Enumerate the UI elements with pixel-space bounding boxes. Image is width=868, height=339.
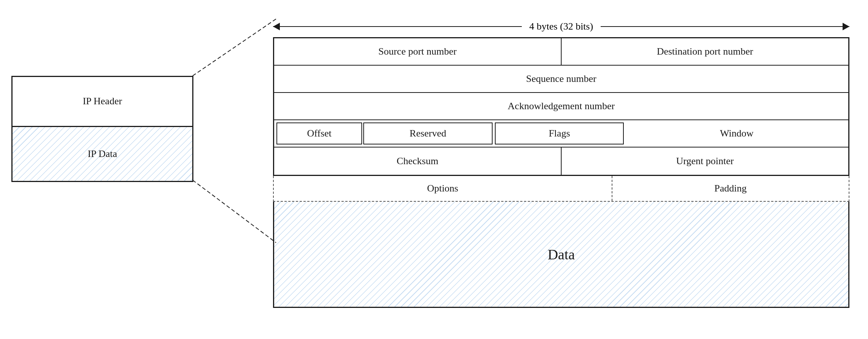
cell-urgent: Urgent pointer (562, 148, 848, 175)
arrow-head-right (843, 23, 849, 30)
cell-flags: Flags (495, 122, 624, 144)
cell-reserved: Reserved (363, 122, 493, 144)
cell-ack-num: Acknowledgement number (274, 93, 848, 119)
expansion-lines (193, 74, 276, 186)
right-diagram: 4 bytes (32 bits) Source port number Des… (273, 19, 849, 308)
data-area: Data (273, 202, 849, 308)
svg-line-1 (193, 180, 276, 243)
arrow-row: 4 bytes (32 bits) (273, 19, 849, 34)
svg-line-0 (193, 19, 276, 76)
cell-padding: Padding (612, 176, 849, 201)
options-row: Options Padding (273, 176, 849, 202)
cell-offset: Offset (276, 122, 362, 144)
row-checksum: Checksum Urgent pointer (274, 148, 848, 175)
ip-data-label: IP Data (88, 148, 117, 160)
cell-options: Options (274, 176, 612, 201)
left-panel: IP Header IP Data (11, 76, 193, 182)
cell-checksum: Checksum (274, 148, 562, 175)
cell-seq-num: Sequence number (274, 66, 848, 92)
row-seq: Sequence number (274, 66, 848, 93)
row-ports: Source port number Destination port numb… (274, 38, 848, 66)
row-ack: Acknowledgement number (274, 93, 848, 120)
tcp-header-grid: Source port number Destination port numb… (273, 37, 849, 176)
ip-header-label: IP Header (83, 96, 122, 107)
cell-window: Window (625, 120, 848, 147)
arrow-label: 4 bytes (32 bits) (522, 21, 601, 32)
ip-data-box: IP Data (13, 127, 192, 181)
cell-dst-port: Destination port number (562, 38, 848, 65)
row-flags: Offset Reserved Flags Window (274, 120, 848, 148)
arrow-head-left (273, 23, 280, 30)
ip-header-box: IP Header (13, 77, 192, 127)
cell-src-port: Source port number (274, 38, 562, 65)
diagram-container: IP Header IP Data 4 bytes (32 bits) Sour… (0, 0, 868, 339)
